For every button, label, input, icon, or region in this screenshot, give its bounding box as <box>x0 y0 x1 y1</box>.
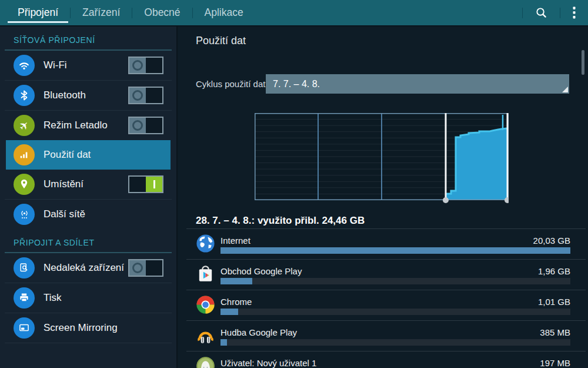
app-usage-list: Internet 20,03 GB <box>178 228 588 368</box>
toggle-on-half <box>146 118 162 133</box>
search-button[interactable] <box>523 0 560 25</box>
sidebar-item-location[interactable]: Umístění <box>0 170 176 199</box>
usage-bar-fill <box>220 278 252 284</box>
toggle-off-half <box>129 58 146 73</box>
usage-bar-track <box>220 278 570 284</box>
top-tab-bar: Připojení Zařízení Obecné Aplikace <box>0 0 588 26</box>
cycle-dropdown-value: 7. 7. – 4. 8. <box>266 74 569 94</box>
airplane-mode-toggle[interactable] <box>128 117 163 134</box>
play-music-icon <box>195 325 216 346</box>
settings-sidebar: SÍŤOVÁ PŘIPOJENÍ Wi-Fi <box>0 26 178 368</box>
printer-icon <box>14 287 35 309</box>
sidebar-item-label: Wi-Fi <box>44 59 67 71</box>
section-title-network-connections: SÍŤOVÁ PŘIPOJENÍ <box>0 26 176 49</box>
app-name: Chrome <box>220 297 252 307</box>
sidebar-item-label: Nedaleká zařízení <box>44 262 124 274</box>
sidebar-item-more-networks[interactable]: Další sítě <box>0 200 176 229</box>
sidebar-item-bluetooth[interactable]: Bluetooth <box>0 81 176 110</box>
cycle-dropdown[interactable]: 7. 7. – 4. 8. <box>266 74 569 94</box>
list-divider <box>5 343 172 343</box>
topbar-actions <box>522 0 588 25</box>
app-name: Uživatel: Nový uživatel 1 <box>220 358 316 368</box>
sidebar-item-label: Použití dat <box>44 149 91 161</box>
tab-connections[interactable]: Připojení <box>6 0 70 25</box>
usage-bar-fill <box>220 309 238 315</box>
app-data-size: 1,96 GB <box>538 266 570 276</box>
app-row-chrome[interactable]: Chrome 1,01 GB <box>178 290 588 320</box>
data-usage-panel: Použití dat Cyklus použití dat 7. 7. – 4… <box>178 26 588 368</box>
sidebar-item-label: Bluetooth <box>44 89 86 101</box>
bluetooth-icon <box>14 85 35 106</box>
sidebar-item-print[interactable]: Tisk <box>0 283 176 313</box>
toggle-off-half <box>129 88 146 103</box>
app-data-size: 385 MB <box>540 327 570 337</box>
app-row-internet[interactable]: Internet 20,03 GB <box>178 229 588 259</box>
sidebar-item-nearby-devices[interactable]: Nedaleká zařízení <box>0 253 176 283</box>
usage-bar-track <box>220 247 570 254</box>
usage-bar-track <box>220 339 570 346</box>
sidebar-item-label: Režim Letadlo <box>44 120 108 131</box>
tab-device[interactable]: Zařízení <box>71 0 132 25</box>
app-name: Internet <box>220 236 250 246</box>
wifi-icon <box>14 55 35 76</box>
toggle-off-ring <box>132 90 143 101</box>
app-row-play-music[interactable]: Hudba Google Play 385 MB <box>178 321 588 351</box>
sidebar-item-wifi[interactable]: Wi-Fi <box>0 51 176 80</box>
usage-chart[interactable] <box>255 113 509 204</box>
toggle-off-half <box>129 260 146 276</box>
app-row-play-store[interactable]: Obchod Google Play 1,96 GB <box>178 260 588 290</box>
more-options-icon <box>573 6 576 19</box>
app-data-size: 197 MB <box>540 358 570 368</box>
cycle-label: Cyklus použití dat <box>196 74 265 94</box>
settings-screen: Připojení Zařízení Obecné Aplikace <box>0 0 588 368</box>
sidebar-item-label: Tisk <box>44 292 62 304</box>
toggle-off-half <box>129 177 146 192</box>
nearby-devices-toggle[interactable] <box>128 259 163 277</box>
user-avatar-icon <box>195 356 216 368</box>
toggle-on-half <box>146 260 162 276</box>
tab-general[interactable]: Obecné <box>132 0 192 25</box>
toggle-off-half <box>129 118 146 133</box>
toggle-off-ring <box>132 263 143 273</box>
toggle-on-half <box>146 58 162 73</box>
airplane-icon: ✈ <box>14 115 35 136</box>
sidebar-item-label: Screen Mirroring <box>44 322 118 334</box>
toggle-off-ring <box>132 60 143 71</box>
app-data-size: 1,01 GB <box>538 297 570 307</box>
app-name: Hudba Google Play <box>220 327 297 337</box>
dropdown-corner-icon <box>562 87 568 92</box>
toggle-off-ring <box>132 120 143 131</box>
tab-list: Připojení Zařízení Obecné Aplikace <box>0 0 255 25</box>
chrome-icon <box>195 294 216 315</box>
app-data-size: 20,03 GB <box>533 236 570 246</box>
sidebar-item-airplane-mode[interactable]: ✈ Režim Letadlo <box>0 111 176 140</box>
location-pin-icon <box>14 174 35 195</box>
sidebar-item-label: Další sítě <box>44 208 85 220</box>
app-row-user[interactable]: Uživatel: Nový uživatel 1 197 MB <box>178 352 588 368</box>
usage-chart-svg <box>255 113 509 204</box>
location-toggle[interactable] <box>128 175 163 193</box>
usage-summary: 28. 7. – 4. 8.: využito přibl. 24,46 GB <box>196 215 365 227</box>
toggle-on-half <box>146 88 162 103</box>
toggle-on-bar <box>153 180 155 188</box>
tab-applications[interactable]: Aplikace <box>193 0 255 25</box>
sidebar-item-screen-mirroring[interactable]: Screen Mirroring <box>0 313 176 343</box>
play-store-icon <box>195 264 216 284</box>
page-title: Použití dat <box>196 35 246 47</box>
mobile-networks-icon <box>14 204 35 225</box>
data-usage-bars-icon <box>14 144 35 165</box>
scrollbar[interactable] <box>582 50 584 75</box>
section-title-connect-and-share: PŘIPOJIT A SDÍLET <box>0 229 176 252</box>
usage-bar-track <box>220 309 570 315</box>
overflow-menu-button[interactable] <box>560 0 588 25</box>
usage-bar-fill <box>220 339 227 346</box>
search-icon <box>535 6 547 19</box>
toggle-on-half <box>146 177 162 192</box>
bluetooth-toggle[interactable] <box>128 87 163 104</box>
usage-bar-fill <box>220 247 570 254</box>
screen-mirroring-icon <box>14 317 35 339</box>
internet-globe-icon <box>195 233 216 254</box>
sidebar-item-label: Umístění <box>44 178 83 190</box>
sidebar-item-data-usage[interactable]: Použití dat <box>6 140 171 170</box>
wifi-toggle[interactable] <box>128 57 163 74</box>
